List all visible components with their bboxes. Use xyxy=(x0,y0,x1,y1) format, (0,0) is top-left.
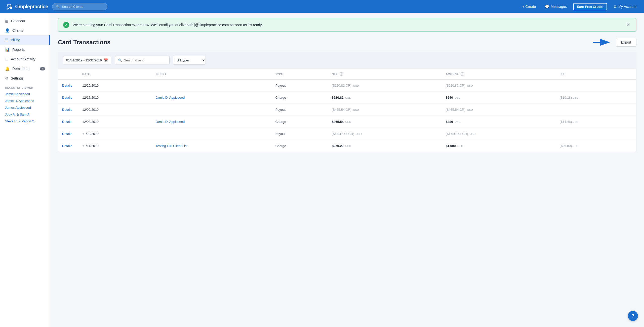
col-header-fee: FEE xyxy=(556,69,636,80)
success-icon xyxy=(63,22,69,28)
page-title: Card Transactions xyxy=(58,39,110,46)
row-type-1: Charge xyxy=(271,92,328,104)
row-net-2: ($465.54 CR) USD xyxy=(328,104,442,116)
sidebar-label-reminders: Reminders xyxy=(12,67,29,71)
recent-item-5[interactable]: Steve R. & Peggy C. xyxy=(0,118,50,125)
amount-info-icon[interactable]: i xyxy=(461,72,464,76)
row-amount-5: $1,000 USD xyxy=(442,140,556,152)
row-details-3: Details xyxy=(58,116,78,128)
logo-text: simplepractice xyxy=(15,4,48,10)
row-amount-0: ($620.82 CR) USD xyxy=(442,80,556,92)
row-net-4: ($1,047.54 CR) USD xyxy=(328,128,442,140)
messages-button[interactable]: 💬 Messages xyxy=(542,3,569,10)
gear-icon: ⚙ xyxy=(614,5,617,9)
notification-close-button[interactable]: ✕ xyxy=(625,22,631,28)
details-link-2[interactable]: Details xyxy=(62,108,72,112)
row-type-2: Payout xyxy=(271,104,328,116)
recent-item-4[interactable]: Judy A. & Sam A. xyxy=(0,111,50,118)
help-icon: ? xyxy=(632,313,634,319)
row-net-5: $970.20 USD xyxy=(328,140,442,152)
details-link-0[interactable]: Details xyxy=(62,84,72,87)
filters-bar: 01/01/2019 - 12/31/2019 📅 🔍 All types Ch… xyxy=(58,52,636,69)
calendar-icon: ▦ xyxy=(5,19,9,23)
sidebar-label-clients: Clients xyxy=(12,28,23,32)
row-details-4: Details xyxy=(58,128,78,140)
date-range-picker[interactable]: 01/01/2019 - 12/31/2019 📅 xyxy=(63,56,111,64)
row-date-1: 12/17/2019 xyxy=(78,92,152,104)
row-amount-3: $480 USD xyxy=(442,116,556,128)
row-fee-3: ($14.46)USD xyxy=(556,116,636,128)
sidebar-item-reports[interactable]: 📊 Reports xyxy=(0,45,50,54)
my-account-button[interactable]: ⚙ My Account xyxy=(611,3,639,10)
export-button[interactable]: Export xyxy=(616,38,636,47)
search-client-input[interactable] xyxy=(124,58,166,62)
col-header-type: TYPE xyxy=(271,69,328,80)
row-type-0: Payout xyxy=(271,80,328,92)
sidebar-item-billing[interactable]: ☰ Billing xyxy=(0,35,50,45)
row-date-4: 11/20/2019 xyxy=(78,128,152,140)
sidebar-item-account-activity[interactable]: ☰ Account Activity xyxy=(0,54,50,64)
sidebar-label-settings: Settings xyxy=(11,76,24,80)
row-fee-1: ($19.18)USD xyxy=(556,92,636,104)
help-button[interactable]: ? xyxy=(628,311,638,321)
search-client-container[interactable]: 🔍 xyxy=(115,56,170,64)
details-link-4[interactable]: Details xyxy=(62,132,72,136)
search-input[interactable] xyxy=(62,5,104,9)
export-area: Export xyxy=(593,38,636,47)
sidebar-label-billing: Billing xyxy=(11,38,20,42)
row-fee-5: ($29.80)USD xyxy=(556,140,636,152)
reports-icon: 📊 xyxy=(5,47,10,52)
search-icon: 🔍 xyxy=(56,5,60,9)
reminders-badge: 4 xyxy=(40,67,45,70)
sidebar-item-clients[interactable]: 👤 Clients xyxy=(0,26,50,35)
logo[interactable]: simplepractice xyxy=(5,3,48,11)
messages-icon: 💬 xyxy=(545,5,549,9)
client-link-5[interactable]: Testing Full Client List xyxy=(156,144,187,148)
sidebar: ▦ Calendar 👤 Clients ☰ Billing 📊 Reports… xyxy=(0,13,50,327)
create-button[interactable]: + Create xyxy=(520,3,538,10)
search-bar[interactable]: 🔍 xyxy=(52,3,107,10)
row-client-2 xyxy=(152,104,271,116)
row-details-2: Details xyxy=(58,104,78,116)
col-header-date: DATE xyxy=(78,69,152,80)
row-amount-4: ($1,047.54 CR) USD xyxy=(442,128,556,140)
row-amount-2: ($465.54 CR) USD xyxy=(442,104,556,116)
row-net-0: ($620.82 CR) USD xyxy=(328,80,442,92)
row-date-3: 12/03/2019 xyxy=(78,116,152,128)
sidebar-label-calendar: Calendar xyxy=(11,19,25,23)
row-type-3: Charge xyxy=(271,116,328,128)
svg-point-0 xyxy=(10,7,12,9)
main-content: We're creating your Card Transaction exp… xyxy=(50,13,644,327)
col-header-amount: AMOUNT i xyxy=(442,69,556,80)
earn-credit-button[interactable]: Earn Free Credit! xyxy=(573,3,607,10)
sidebar-item-settings[interactable]: ⚙ Settings xyxy=(0,74,50,83)
recent-item-2[interactable]: Jamie D. Appleseed xyxy=(0,97,50,104)
row-client-1: Jamie D. Appleseed xyxy=(152,92,271,104)
row-client-5: Testing Full Client List xyxy=(152,140,271,152)
details-link-5[interactable]: Details xyxy=(62,144,72,148)
sidebar-item-calendar[interactable]: ▦ Calendar xyxy=(0,16,50,26)
row-amount-1: $640 USD xyxy=(442,92,556,104)
row-date-0: 12/25/2019 xyxy=(78,80,152,92)
row-fee-2 xyxy=(556,104,636,116)
row-net-1: $620.82 USD xyxy=(328,92,442,104)
row-details-1: Details xyxy=(58,92,78,104)
client-link-1[interactable]: Jamie D. Appleseed xyxy=(156,96,185,99)
net-info-icon[interactable]: i xyxy=(340,72,343,76)
row-details-5: Details xyxy=(58,140,78,152)
clients-icon: 👤 xyxy=(5,28,10,33)
row-date-5: 11/14/2019 xyxy=(78,140,152,152)
notification-text: We're creating your Card Transaction exp… xyxy=(73,23,622,27)
details-link-1[interactable]: Details xyxy=(62,96,72,99)
top-navigation: simplepractice 🔍 + Create 💬 Messages Ear… xyxy=(0,0,644,13)
col-header-details xyxy=(58,69,78,80)
details-link-3[interactable]: Details xyxy=(62,120,72,124)
client-link-3[interactable]: Jamie D. Appleseed xyxy=(156,120,185,124)
calendar-icon: 📅 xyxy=(104,58,108,62)
recent-item-1[interactable]: Jamie Appleseed xyxy=(0,91,50,97)
col-header-net: NET i xyxy=(328,69,442,80)
recent-item-3[interactable]: James Appleseed xyxy=(0,104,50,111)
type-filter-select[interactable]: All types Charge Payout xyxy=(173,56,206,65)
sidebar-item-reminders[interactable]: 🔔 Reminders 4 xyxy=(0,64,50,74)
transactions-table-container: DATE CLIENT TYPE NET i AMOUNT i FEE xyxy=(58,69,636,152)
